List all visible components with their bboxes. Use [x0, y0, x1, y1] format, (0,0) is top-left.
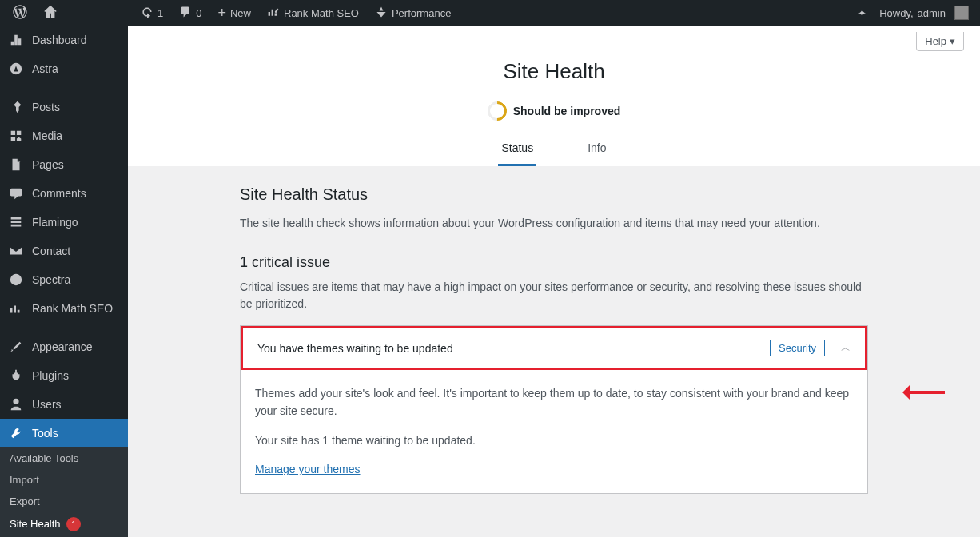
issue-header[interactable]: You have themes waiting to be updated Se…: [241, 326, 867, 370]
sidebar-item-astra[interactable]: Astra: [0, 54, 128, 83]
brush-icon: [8, 339, 24, 355]
sidebar-item-label: Spectra: [32, 273, 70, 286]
dashboard-icon: [8, 32, 24, 48]
critical-desc: Critical issues are items that may have …: [240, 279, 868, 312]
chevron-up-icon: ︿: [841, 341, 851, 355]
comments-link[interactable]: 0: [173, 0, 208, 26]
astra-icon: [8, 61, 24, 77]
sidebar-item-contact[interactable]: Contact: [0, 237, 128, 265]
submenu-item-import[interactable]: Import: [0, 469, 128, 491]
sidebar-item-tools[interactable]: Tools: [0, 419, 128, 448]
issue-title: You have themes waiting to be updated: [257, 342, 770, 355]
plug-icon: [8, 368, 24, 384]
sidebar-item-label: Media: [32, 129, 62, 142]
sidebar-item-posts[interactable]: Posts: [0, 93, 128, 121]
media-icon: [8, 128, 24, 144]
submenu-item-available-tools[interactable]: Available Tools: [0, 448, 128, 469]
sidebar-item-flamingo[interactable]: Flamingo: [0, 208, 128, 237]
tools-submenu: Available ToolsImportExportSite Health 1…: [0, 448, 128, 537]
comment-icon: [179, 6, 192, 21]
help-button[interactable]: Help ▾: [916, 32, 964, 51]
issue-body: Themes add your site's look and feel. It…: [241, 370, 867, 493]
sparkle-icon: ✦: [858, 7, 866, 19]
chart-icon: [8, 300, 24, 316]
tab-bar: Status Info: [128, 135, 980, 166]
sidebar-item-users[interactable]: Users: [0, 390, 128, 419]
chart-icon: [267, 6, 280, 21]
sidebar-item-label: Contact: [32, 245, 70, 257]
sidebar-item-comments[interactable]: Comments: [0, 179, 128, 208]
sidebar-item-label: Users: [32, 398, 62, 411]
indicator-text: Should be improved: [513, 105, 621, 117]
issue-card: You have themes waiting to be updated Se…: [240, 325, 868, 494]
mail-icon: [8, 243, 24, 259]
performance-link[interactable]: Performance: [368, 0, 457, 26]
issue-body-text1: Themes add your site's look and feel. It…: [255, 384, 853, 420]
tab-info[interactable]: Info: [584, 135, 609, 166]
wordpress-icon: [13, 5, 27, 22]
badge-count: 1: [66, 517, 81, 531]
user-icon: [8, 396, 24, 412]
howdy-text: Howdy,: [879, 7, 913, 19]
sidebar-item-label: Pages: [32, 158, 64, 171]
issue-body-text2: Your site has 1 theme waiting to be upda…: [255, 432, 853, 449]
home-icon: [43, 5, 58, 22]
status-desc: The site health check shows information …: [240, 215, 868, 232]
submenu-item-site-health[interactable]: Site Health 1: [0, 512, 128, 536]
updates-link[interactable]: 1: [134, 0, 169, 26]
issue-badge: Security: [770, 340, 825, 356]
sidebar-item-label: Posts: [32, 101, 60, 113]
submenu-item-export[interactable]: Export: [0, 491, 128, 512]
updates-count: 1: [157, 7, 163, 19]
plus-icon: +: [217, 6, 226, 20]
sidebar-item-label: Appearance: [32, 340, 93, 353]
sidebar-item-appearance[interactable]: Appearance: [0, 332, 128, 361]
health-indicator: Should be improved: [128, 101, 980, 121]
sidebar-item-label: Astra: [32, 62, 58, 75]
sidebar-item-dashboard[interactable]: Dashboard: [0, 26, 128, 54]
wp-logo[interactable]: [6, 0, 34, 26]
rankmath-link[interactable]: Rank Math SEO: [261, 0, 365, 26]
sidebar-item-spectra[interactable]: Spectra: [0, 265, 128, 294]
sidebar-item-label: Tools: [32, 427, 58, 440]
account-link[interactable]: Howdy, admin: [873, 0, 975, 26]
ai-sparkle[interactable]: ✦: [851, 0, 873, 26]
tab-status[interactable]: Status: [498, 135, 536, 166]
progress-ring-icon: [484, 97, 511, 125]
critical-heading: 1 critical issue: [240, 254, 868, 271]
sidebar-item-label: Comments: [32, 187, 86, 200]
chevron-down-icon: ▾: [950, 35, 955, 47]
admin-bar: 1 0 +New Rank Math SEO Performance ✦ How…: [0, 0, 980, 26]
username: admin: [918, 7, 946, 19]
sidebar-item-label: Plugins: [32, 369, 69, 382]
sidebar-item-plugins[interactable]: Plugins: [0, 361, 128, 390]
sidebar-item-pages[interactable]: Pages: [0, 150, 128, 179]
sidebar-item-label: Dashboard: [32, 34, 87, 46]
new-content-link[interactable]: +New: [211, 0, 257, 26]
arrow-line: [908, 391, 945, 394]
sidebar-item-media[interactable]: Media: [0, 121, 128, 150]
wrench-icon: [8, 425, 24, 441]
main-content: Help ▾ Site Health Should be improved St…: [128, 26, 980, 537]
refresh-icon: [141, 6, 153, 21]
spectra-icon: [8, 272, 24, 288]
performance-icon: [375, 6, 388, 21]
page-title: Site Health: [128, 59, 980, 84]
comments-count: 0: [196, 7, 201, 19]
avatar-icon: [954, 6, 969, 20]
page-icon: [8, 157, 24, 173]
site-home[interactable]: [37, 0, 64, 26]
comment-icon: [8, 185, 24, 201]
sidebar-item-label: Rank Math SEO: [32, 302, 113, 315]
manage-themes-link[interactable]: Manage your themes: [255, 463, 361, 475]
sidebar-item-rank-math-seo[interactable]: Rank Math SEO: [0, 294, 128, 323]
flamingo-icon: [8, 214, 24, 230]
pin-icon: [8, 99, 24, 115]
sidebar-item-label: Flamingo: [32, 216, 78, 229]
status-heading: Site Health Status: [240, 185, 868, 204]
admin-sidebar: DashboardAstraPostsMediaPagesCommentsFla…: [0, 26, 128, 537]
annotation-arrow: [895, 385, 945, 400]
